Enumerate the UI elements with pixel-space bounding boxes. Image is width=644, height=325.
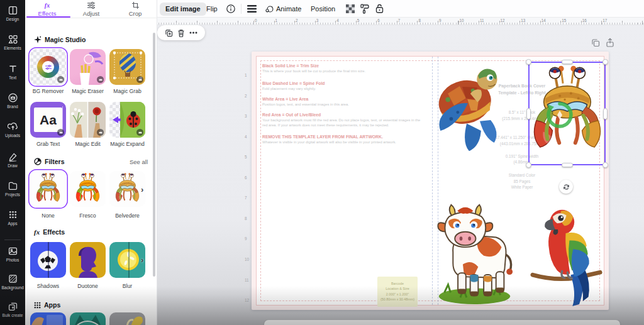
brand-icon: [8, 92, 18, 103]
animate-button[interactable]: Animate: [265, 0, 301, 18]
ruler-number: 17: [602, 18, 607, 23]
spacing-lines-icon[interactable]: [247, 5, 257, 13]
tab-adjust[interactable]: Adjust: [70, 2, 112, 17]
pro-crown-icon: [136, 129, 143, 136]
selection-handle-left[interactable]: [526, 108, 531, 119]
export-page-icon[interactable]: [606, 38, 614, 47]
sidebar-item-draw[interactable]: Draw: [0, 151, 25, 178]
tab-crop[interactable]: Crop: [114, 2, 156, 17]
barcode-line: 2.000" x 1.200": [386, 292, 409, 297]
sidebar-item-apps[interactable]: Apps: [0, 209, 25, 236]
crop-icon: [132, 2, 139, 9]
sidebar-item-uploads[interactable]: Uploads: [0, 121, 25, 148]
info-icon[interactable]: [226, 4, 235, 13]
effect-tile-blur[interactable]: [109, 242, 145, 278]
fx-icon: fx: [45, 2, 50, 9]
ruler-number: 4: [245, 135, 247, 139]
ruler-number: 9: [439, 18, 441, 23]
template-block: White Area = Live Area Position logos, t…: [262, 97, 421, 107]
next-page-peek[interactable]: [264, 320, 620, 325]
template-block: Black Solid Line = Trim Size This is whe…: [262, 63, 421, 74]
panel-scrollbar[interactable]: [153, 33, 155, 277]
effect-tile-duotone[interactable]: [70, 242, 106, 278]
selection-handle-top[interactable]: [562, 60, 573, 64]
transparency-icon[interactable]: [346, 4, 355, 13]
see-all-link[interactable]: See all: [130, 158, 148, 165]
effects-scroll-right-icon[interactable]: ›: [141, 255, 143, 265]
ruler-number: 3: [316, 18, 319, 23]
selection-handle-bottom-right[interactable]: [602, 162, 608, 168]
selection-handle-top-right[interactable]: [602, 59, 608, 65]
sidebar-item-background[interactable]: Background: [0, 273, 25, 300]
parrot-image[interactable]: [530, 201, 604, 309]
template-title: White Area = Live Area: [262, 97, 421, 102]
sidebar-item-projects[interactable]: Projects: [0, 180, 25, 207]
ruler-number: 14: [541, 18, 546, 23]
app-art: [30, 312, 66, 325]
duplicate-page-icon[interactable]: [591, 38, 600, 47]
tile-magic-grab[interactable]: [109, 49, 145, 85]
ruler-number: 8: [245, 216, 247, 221]
more-options-icon[interactable]: [189, 31, 197, 34]
photos-icon: [8, 246, 18, 256]
ruler-number: 6: [377, 18, 380, 23]
tile-magic-expand[interactable]: [109, 102, 145, 138]
position-button[interactable]: Position: [311, 0, 335, 18]
selection-handle-right[interactable]: [603, 108, 608, 119]
element-toolbar: [157, 25, 205, 40]
app-tile-1[interactable]: [30, 312, 66, 325]
filter-tile-fresco[interactable]: [70, 171, 106, 207]
apps-icon: [8, 209, 18, 220]
selection-handle-top-left[interactable]: [526, 59, 531, 65]
canvas-area[interactable]: Black Solid Line = Trim Size This is whe…: [157, 25, 644, 325]
ruler-number: 12: [501, 18, 505, 23]
section-title: Apps: [44, 301, 60, 309]
uploads-icon: [8, 121, 18, 132]
sidebar-item-design[interactable]: Design: [0, 5, 25, 31]
cow-image[interactable]: [435, 196, 514, 306]
turtle-image[interactable]: [432, 59, 504, 155]
effect-tile-shadows[interactable]: [30, 242, 66, 278]
position-label: Position: [311, 5, 335, 13]
rotate-handle[interactable]: [559, 180, 573, 194]
duplicate-icon[interactable]: [165, 29, 173, 37]
tile-label: Magic Grab: [108, 88, 147, 94]
elements-icon: [8, 34, 18, 45]
app-tile-3[interactable]: [109, 312, 145, 325]
tile-label: Belvedere: [108, 212, 147, 219]
sidebar-item-photos[interactable]: Photos: [0, 246, 25, 272]
copy-style-icon[interactable]: [360, 4, 370, 14]
selection-handle-bottom[interactable]: [562, 163, 573, 167]
sidebar-item-text[interactable]: Text: [0, 63, 25, 90]
filter-tile-belvedere[interactable]: [109, 171, 145, 207]
ruler-number: 12: [245, 298, 249, 302]
sidebar-item-label: Photos: [6, 258, 19, 262]
tile-label: None: [28, 212, 68, 219]
app-art: [109, 312, 145, 325]
edit-image-button[interactable]: Edit image: [160, 3, 206, 16]
lock-icon[interactable]: [375, 4, 384, 13]
design-icon: [8, 5, 18, 16]
filter-tile-none[interactable]: [30, 171, 66, 207]
sidebar-item-brand[interactable]: Brand: [0, 92, 25, 119]
tile-magic-eraser[interactable]: [70, 49, 106, 85]
tile-bg-remover[interactable]: [30, 49, 66, 85]
filters-scroll-right-icon[interactable]: ›: [141, 185, 143, 194]
crab-thumbnail: [109, 171, 145, 207]
ruler-number: 11: [245, 278, 249, 282]
draw-icon: [8, 151, 18, 162]
blur-art: [109, 242, 145, 278]
delete-icon[interactable]: [177, 29, 185, 37]
tab-label: Crop: [129, 10, 142, 17]
tile-grab-text[interactable]: Aa: [30, 102, 66, 138]
bulk-create-icon: [8, 301, 18, 312]
tab-effects[interactable]: fx Effects: [26, 2, 68, 17]
app-tile-2[interactable]: [70, 312, 106, 325]
sidebar-item-bulk-create[interactable]: Bulk create: [0, 301, 25, 325]
tile-magic-edit[interactable]: [70, 102, 106, 138]
projects-icon: [8, 180, 18, 191]
sidebar-item-elements[interactable]: Elements: [0, 34, 25, 60]
vertical-ruler: 123456789101112: [245, 73, 251, 324]
selection-handle-bottom-left[interactable]: [526, 162, 531, 168]
flip-button[interactable]: Flip: [206, 0, 218, 18]
